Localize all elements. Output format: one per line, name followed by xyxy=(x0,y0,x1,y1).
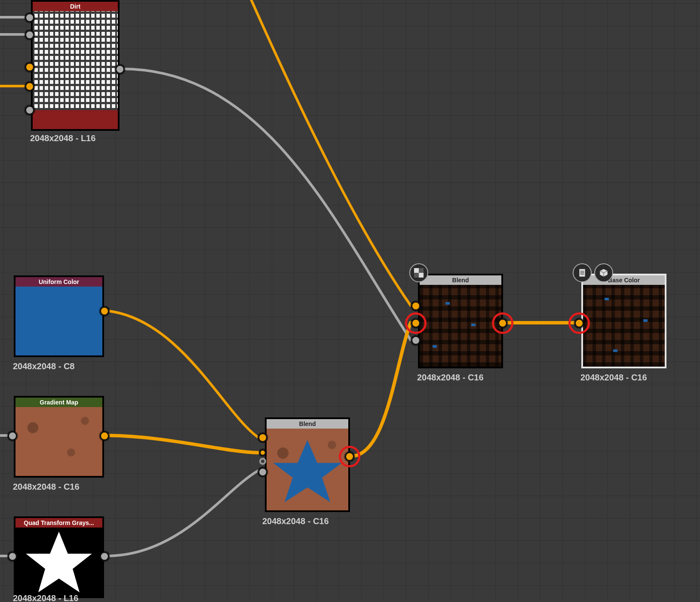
svg-marker-0 xyxy=(26,532,92,593)
svg-rect-3 xyxy=(419,273,424,278)
input-port[interactable] xyxy=(25,62,34,72)
node-title: Blend xyxy=(267,419,348,429)
input-port[interactable] xyxy=(411,336,421,345)
svg-rect-2 xyxy=(414,268,419,273)
input-port[interactable] xyxy=(258,433,267,442)
node-title: Quad Transform Grays... xyxy=(15,518,102,528)
node-dirt[interactable]: Dirt xyxy=(31,0,120,131)
output-port[interactable] xyxy=(100,431,109,441)
node-title: Uniform Color xyxy=(15,277,102,287)
node-caption: 2048x2048 - C16 xyxy=(580,373,647,383)
svg-rect-7 xyxy=(580,271,584,272)
output-port[interactable] xyxy=(498,318,507,328)
input-port[interactable] xyxy=(259,449,266,456)
node-graph-canvas[interactable]: Dirt 2048x2048 - L16 Uniform Color 2048x… xyxy=(0,0,700,602)
svg-rect-8 xyxy=(580,272,584,273)
node-base-color[interactable]: Base Color xyxy=(581,274,666,368)
input-port[interactable] xyxy=(25,82,34,91)
input-port[interactable] xyxy=(25,13,34,22)
star-icon xyxy=(15,528,102,596)
input-port[interactable] xyxy=(8,552,17,561)
node-preview xyxy=(267,429,348,510)
node-uniform-color[interactable]: Uniform Color xyxy=(14,275,104,357)
node-title: Blend xyxy=(420,275,501,285)
node-title: Dirt xyxy=(33,2,118,11)
output-port[interactable] xyxy=(345,452,354,461)
output-port[interactable] xyxy=(100,552,109,561)
input-port[interactable] xyxy=(8,431,17,441)
input-port[interactable] xyxy=(411,301,421,311)
node-caption: 2048x2048 - C16 xyxy=(262,516,329,526)
node-preview xyxy=(420,285,501,367)
node-gradient-map[interactable]: Gradient Map xyxy=(14,396,104,478)
node-preview xyxy=(15,287,102,355)
node-preview xyxy=(15,407,102,476)
star-icon xyxy=(267,429,348,510)
checker-icon[interactable] xyxy=(409,263,428,282)
input-port[interactable] xyxy=(258,467,267,477)
node-footer xyxy=(33,110,118,129)
node-blend-2[interactable]: Blend xyxy=(418,274,503,368)
node-blend-1[interactable]: Blend xyxy=(265,417,350,512)
cube-icon[interactable] xyxy=(594,263,613,282)
document-icon[interactable] xyxy=(573,263,592,282)
svg-rect-5 xyxy=(414,273,419,278)
input-port[interactable] xyxy=(25,30,34,40)
node-preview xyxy=(15,528,102,596)
node-title: Gradient Map xyxy=(15,398,102,407)
node-caption: 2048x2048 - C16 xyxy=(13,482,80,492)
input-port[interactable] xyxy=(259,458,266,465)
svg-marker-1 xyxy=(273,440,342,502)
input-port[interactable] xyxy=(25,105,34,115)
input-port[interactable] xyxy=(574,318,584,328)
node-caption: 2048x2048 - L16 xyxy=(13,593,78,602)
node-preview xyxy=(583,285,665,367)
svg-rect-9 xyxy=(580,274,584,275)
node-caption: 2048x2048 - C8 xyxy=(13,361,74,371)
node-caption: 2048x2048 - C16 xyxy=(417,373,484,383)
output-port[interactable] xyxy=(100,306,109,316)
output-port[interactable] xyxy=(115,65,125,74)
node-quad-transform[interactable]: Quad Transform Grays... xyxy=(14,516,104,598)
node-preview xyxy=(33,11,118,110)
node-caption: 2048x2048 - L16 xyxy=(30,133,95,143)
input-port[interactable] xyxy=(411,318,421,328)
svg-rect-4 xyxy=(419,268,424,273)
